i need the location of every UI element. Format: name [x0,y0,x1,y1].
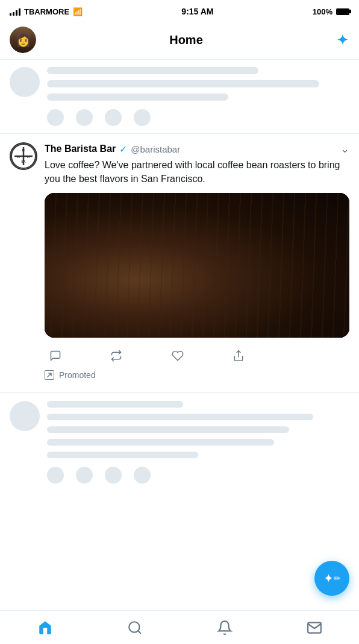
promoted-row: Promoted [45,369,349,384]
search-icon [127,620,143,636]
skeleton-lines-2 [47,401,349,484]
reply-button[interactable] [45,347,66,364]
header: 👩 Home ✦ [0,22,359,60]
signal-icon [10,7,20,16]
skeleton-dot [134,109,151,126]
page-title: Home [169,33,203,47]
nav-home[interactable] [30,613,60,643]
barista-avatar[interactable]: B A R BA [10,142,37,170]
retweet-icon [110,350,122,362]
tweet-header-left: The Barista Bar ✓ @baristabar [45,144,180,155]
status-right: 100% [313,7,349,16]
skeleton-dots-2 [47,467,349,484]
promoted-tweet: B A R BA The Barista Bar ✓ @baristabar ⌄… [0,134,359,393]
skeleton-tweet-2 [0,393,359,492]
tweet-avatar-wrap: B A R BA [10,142,37,384]
skeleton-avatar-2 [10,401,40,431]
skeleton-line [47,67,258,74]
tweet-account-name: The Barista Bar [45,144,116,154]
svg-text:BA: BA [21,160,26,163]
skeleton-dot [47,109,64,126]
skeleton-dot [47,467,64,484]
share-icon [233,350,245,362]
wifi-icon: 📶 [73,7,83,16]
promoted-icon [45,370,54,380]
skeleton-line [47,80,319,87]
battery-icon [336,8,349,15]
skeleton-tweet-1 [0,60,359,134]
like-button[interactable] [167,347,189,364]
svg-line-22 [138,631,141,634]
retweet-button[interactable] [105,347,127,364]
svg-point-21 [129,622,139,632]
skeleton-content [47,67,349,126]
skeleton-line [47,439,274,446]
nav-search[interactable] [120,613,150,643]
skeleton-dot [134,467,151,484]
status-left: TBARMORE 📶 [10,7,83,16]
compose-tweet-button[interactable]: ✦✏ [314,561,349,596]
wood-background [45,193,349,338]
skeleton-line [47,401,183,408]
tweet-image[interactable] [45,193,349,338]
status-bar: TBARMORE 📶 9:15 AM 100% [0,0,359,22]
messages-icon [307,620,322,636]
coffee-visual [45,193,349,338]
skeleton-avatar [10,67,40,97]
tweet-content: The Barista Bar ✓ @baristabar ⌄ Love cof… [45,142,349,384]
compose-icon: ✦✏ [323,571,341,586]
verified-badge: ✓ [119,144,127,155]
skeleton-line [47,93,228,101]
svg-text:B: B [22,148,25,152]
home-icon [37,620,53,636]
skeleton-dot [76,467,93,484]
carrier-name: TBARMORE [24,7,69,16]
notifications-icon [217,620,233,636]
reply-icon [49,350,61,362]
tweet-header: The Barista Bar ✓ @baristabar ⌄ [45,142,349,156]
promoted-label: Promoted [59,370,96,380]
barista-logo-svg: B A R BA [11,144,36,169]
skeleton-line [47,414,313,420]
promoted-arrow-icon [46,372,52,378]
nav-messages[interactable] [299,613,329,643]
share-button[interactable] [228,347,249,364]
svg-text:A: A [27,155,30,159]
tweet-handle: @baristabar [131,144,180,154]
avatar-image: 👩 [10,27,36,53]
battery-percent: 100% [313,7,332,16]
skeleton-dots [47,109,349,126]
profile-avatar[interactable]: 👩 [10,27,36,53]
tweet-options-button[interactable]: ⌄ [340,142,349,156]
skeleton-dot [105,109,122,126]
svg-text:R: R [17,155,20,159]
sparkle-icon[interactable]: ✦ [336,31,349,49]
skeleton-dot [76,109,93,126]
like-icon [172,350,184,362]
status-time: 9:15 AM [181,7,213,16]
skeleton-dot [105,467,122,484]
skeleton-line [47,426,289,433]
skeleton-line [47,452,198,458]
tweet-actions [45,345,249,369]
tweet-text: Love coffee? We've partnered with local … [45,158,349,186]
nav-notifications[interactable] [210,613,240,643]
bottom-navigation [0,610,359,644]
